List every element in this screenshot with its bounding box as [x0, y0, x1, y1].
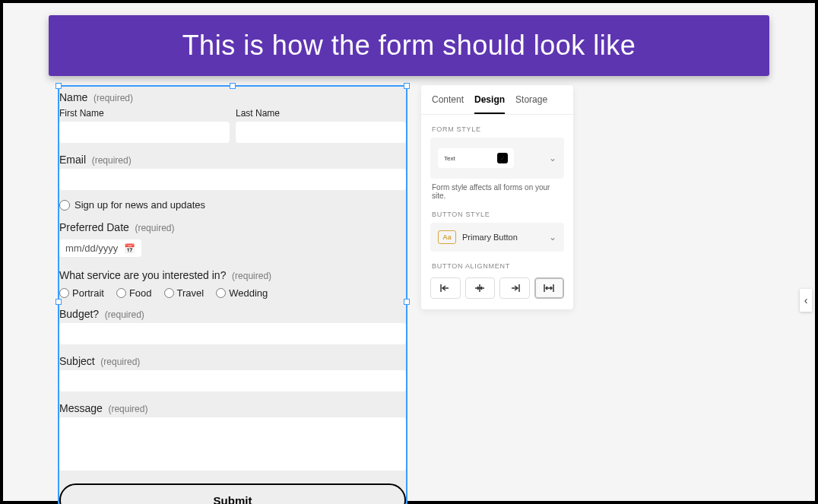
required-indicator: (required): [135, 223, 174, 233]
resize-handle[interactable]: [404, 83, 410, 89]
resize-handle[interactable]: [230, 83, 236, 89]
button-style-value: Primary Button: [462, 233, 518, 242]
align-left-icon: [440, 284, 451, 293]
last-name-label: Last Name: [236, 106, 406, 122]
banner-title: This is how the form should look like: [49, 15, 769, 76]
tab-content[interactable]: Content: [432, 94, 464, 114]
align-center-button[interactable]: [465, 277, 496, 299]
service-option-wedding[interactable]: Wedding: [216, 287, 268, 299]
service-option-travel[interactable]: Travel: [164, 287, 204, 299]
form-style-section-label: FORM STYLE: [421, 115, 573, 138]
service-option-food[interactable]: Food: [116, 287, 152, 299]
first-name-input[interactable]: [59, 122, 230, 143]
button-style-selector[interactable]: Aa Primary Button ⌄: [430, 223, 564, 252]
form-block[interactable]: Name (required) First Name Last Name Ema: [58, 85, 407, 504]
required-indicator: (required): [232, 271, 271, 281]
collapse-panel-button[interactable]: ‹: [800, 289, 812, 312]
align-right-icon: [509, 284, 520, 293]
align-left-button[interactable]: [430, 277, 461, 299]
form-style-preview: Text ✓: [438, 148, 514, 168]
tab-design[interactable]: Design: [474, 94, 505, 114]
required-indicator: (required): [94, 93, 133, 103]
message-textarea[interactable]: [59, 417, 406, 471]
text-style-icon: Aa: [438, 230, 456, 244]
date-input[interactable]: mm/dd/yyyy 📅: [59, 239, 141, 257]
submit-button[interactable]: Submit: [59, 483, 406, 504]
date-placeholder: mm/dd/yyyy: [65, 242, 118, 254]
name-label: Name: [59, 91, 87, 103]
button-alignment-section-label: BUTTON ALIGNMENT: [421, 252, 573, 274]
option-label: Food: [129, 287, 152, 299]
email-input[interactable]: [59, 169, 406, 190]
chevron-down-icon: ⌄: [549, 232, 556, 242]
last-name-input[interactable]: [236, 122, 406, 143]
subject-label: Subject: [59, 355, 95, 367]
form-style-hint: Form style affects all forms on your sit…: [421, 179, 573, 200]
resize-handle[interactable]: [404, 299, 410, 305]
resize-handle[interactable]: [55, 83, 62, 89]
calendar-icon: 📅: [124, 243, 135, 254]
message-label: Message: [59, 402, 103, 414]
required-indicator: (required): [92, 155, 132, 166]
service-label: What service are you interested in?: [59, 269, 226, 281]
required-indicator: (required): [100, 357, 140, 367]
date-label: Preferred Date: [59, 221, 129, 233]
subject-input[interactable]: [59, 370, 406, 391]
chevron-left-icon: ‹: [804, 294, 808, 306]
form-style-selector[interactable]: Text ✓ ⌄: [430, 138, 564, 179]
align-justify-button[interactable]: [534, 277, 565, 299]
email-label: Email: [59, 154, 86, 166]
signup-radio[interactable]: [59, 200, 70, 211]
first-name-label: First Name: [59, 106, 230, 122]
chevron-down-icon: ⌄: [549, 153, 556, 163]
signup-label: Sign up for news and updates: [75, 199, 205, 211]
preview-text: Text: [444, 155, 455, 162]
budget-input[interactable]: [59, 323, 406, 344]
button-style-section-label: BUTTON STYLE: [421, 200, 573, 223]
align-center-icon: [474, 284, 485, 293]
required-indicator: (required): [108, 404, 147, 414]
checkmark-icon: ✓: [497, 153, 508, 163]
design-panel: Content Design Storage FORM STYLE Text ✓…: [421, 85, 573, 309]
option-label: Travel: [177, 287, 204, 299]
align-right-button[interactable]: [499, 277, 530, 299]
option-label: Portrait: [72, 287, 104, 299]
resize-handle[interactable]: [55, 299, 62, 305]
tab-storage[interactable]: Storage: [515, 94, 547, 114]
service-option-portrait[interactable]: Portrait: [59, 287, 104, 299]
required-indicator: (required): [105, 309, 144, 320]
align-justify-icon: [544, 284, 554, 293]
budget-label: Budget?: [59, 308, 99, 320]
option-label: Wedding: [229, 287, 268, 299]
